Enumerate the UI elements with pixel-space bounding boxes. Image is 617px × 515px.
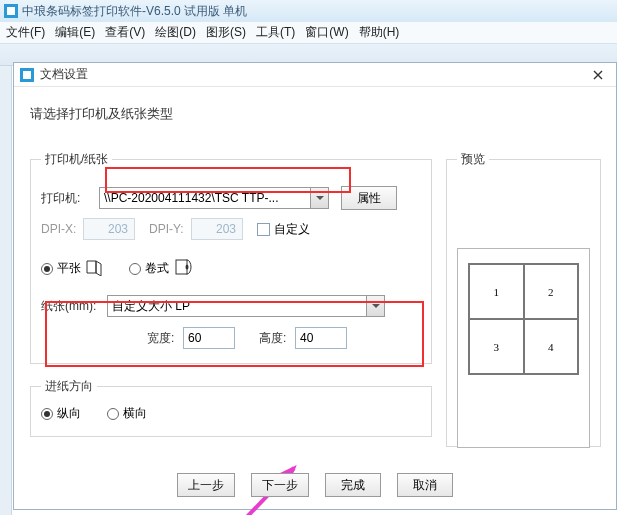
document-settings-dialog: 文档设置 请选择打印机及纸张类型 打印机/纸张 打印机: \\PC-202004… bbox=[13, 62, 617, 510]
prev-button[interactable]: 上一步 bbox=[177, 473, 235, 497]
menu-file[interactable]: 文件(F) bbox=[6, 24, 45, 41]
sheet-label: 平张 bbox=[57, 260, 81, 277]
custom-dpi-label: 自定义 bbox=[274, 221, 310, 238]
printer-paper-legend: 打印机/纸张 bbox=[41, 151, 112, 168]
preview-group: 预览 1 2 3 4 bbox=[446, 151, 601, 447]
dialog-icon bbox=[20, 68, 34, 82]
printer-value: \\PC-202004111432\TSC TTP-... bbox=[104, 191, 279, 205]
menu-tool[interactable]: 工具(T) bbox=[256, 24, 295, 41]
close-icon bbox=[593, 70, 603, 80]
roll-icon bbox=[173, 258, 193, 279]
roll-radio[interactable] bbox=[129, 263, 141, 275]
app-titlebar: 中琅条码标签打印软件-V6.5.0 试用版 单机 bbox=[0, 0, 617, 22]
feed-direction-legend: 进纸方向 bbox=[41, 378, 97, 395]
preview-cell: 2 bbox=[524, 264, 579, 319]
feed-direction-group: 进纸方向 纵向 横向 bbox=[30, 378, 432, 437]
properties-button[interactable]: 属性 bbox=[341, 186, 397, 210]
menu-shape[interactable]: 图形(S) bbox=[206, 24, 246, 41]
width-field[interactable] bbox=[183, 327, 235, 349]
menu-draw[interactable]: 绘图(D) bbox=[155, 24, 196, 41]
preview-cell: 4 bbox=[524, 319, 579, 374]
dialog-titlebar: 文档设置 bbox=[14, 63, 616, 87]
svg-point-5 bbox=[186, 265, 189, 270]
landscape-label: 横向 bbox=[123, 405, 147, 422]
svg-rect-4 bbox=[176, 260, 187, 274]
paper-size-value: 自定义大小 LP bbox=[112, 298, 190, 315]
close-button[interactable] bbox=[586, 65, 610, 85]
paper-label: 纸张(mm): bbox=[41, 298, 107, 315]
dpi-x-label: DPI-X: bbox=[41, 222, 83, 236]
next-button[interactable]: 下一步 bbox=[251, 473, 309, 497]
dpi-y-label: DPI-Y: bbox=[149, 222, 191, 236]
width-label: 宽度: bbox=[147, 330, 183, 347]
paper-size-combobox[interactable]: 自定义大小 LP bbox=[107, 295, 385, 317]
preview-cell: 1 bbox=[469, 264, 524, 319]
preview-legend: 预览 bbox=[457, 151, 489, 168]
app-icon bbox=[4, 4, 18, 18]
page-heading: 请选择打印机及纸张类型 bbox=[30, 105, 600, 123]
printer-label: 打印机: bbox=[41, 190, 99, 207]
sheet-icon bbox=[85, 258, 105, 279]
menu-edit[interactable]: 编辑(E) bbox=[55, 24, 95, 41]
menu-view[interactable]: 查看(V) bbox=[105, 24, 145, 41]
preview-cell: 3 bbox=[469, 319, 524, 374]
height-field[interactable] bbox=[295, 327, 347, 349]
menu-window[interactable]: 窗口(W) bbox=[305, 24, 348, 41]
landscape-radio[interactable] bbox=[107, 408, 119, 420]
finish-button[interactable]: 完成 bbox=[325, 473, 381, 497]
printer-paper-group: 打印机/纸张 打印机: \\PC-202004111432\TSC TTP-..… bbox=[30, 151, 432, 364]
height-label: 高度: bbox=[259, 330, 295, 347]
app-menubar: 文件(F) 编辑(E) 查看(V) 绘图(D) 图形(S) 工具(T) 窗口(W… bbox=[0, 22, 617, 44]
printer-combobox[interactable]: \\PC-202004111432\TSC TTP-... bbox=[99, 187, 329, 209]
sheet-radio[interactable] bbox=[41, 263, 53, 275]
menu-help[interactable]: 帮助(H) bbox=[359, 24, 400, 41]
dpi-y-field: 203 bbox=[191, 218, 243, 240]
portrait-radio[interactable] bbox=[41, 408, 53, 420]
wizard-buttons: 上一步 下一步 完成 取消 bbox=[14, 473, 616, 497]
roll-label: 卷式 bbox=[145, 260, 169, 277]
app-title: 中琅条码标签打印软件-V6.5.0 试用版 单机 bbox=[22, 3, 247, 20]
custom-dpi-checkbox[interactable] bbox=[257, 223, 270, 236]
cancel-button[interactable]: 取消 bbox=[397, 473, 453, 497]
dialog-title: 文档设置 bbox=[40, 66, 580, 83]
portrait-label: 纵向 bbox=[57, 405, 81, 422]
side-strip bbox=[0, 66, 12, 515]
preview-canvas: 1 2 3 4 bbox=[457, 248, 590, 448]
dpi-x-field: 203 bbox=[83, 218, 135, 240]
chevron-down-icon[interactable] bbox=[366, 296, 384, 316]
svg-rect-1 bbox=[7, 7, 15, 15]
chevron-down-icon[interactable] bbox=[310, 188, 328, 208]
